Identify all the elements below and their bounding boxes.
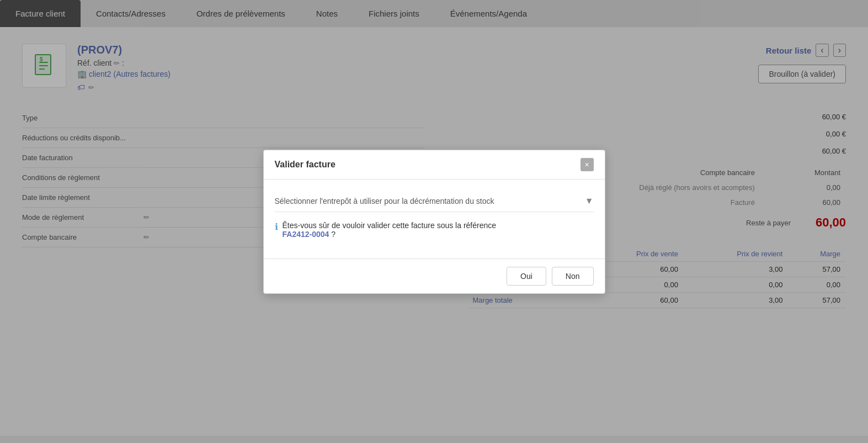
confirm-text-content: Êtes-vous sûr de vouloir valider cette f… [283,221,497,239]
modal-body: Sélectionner l'entrepôt à utiliser pour … [264,180,605,259]
warehouse-label: Sélectionner l'entrepôt à utiliser pour … [275,197,494,205]
modal-header: Valider facture × [264,150,605,180]
modal-close-button[interactable]: × [581,158,594,171]
valider-facture-modal: Valider facture × Sélectionner l'entrepô… [263,150,605,294]
modal-footer: Oui Non [264,259,605,293]
confirm-text-row: ℹ Êtes-vous sûr de vouloir valider cette… [275,212,594,247]
modal-title: Valider facture [275,160,336,170]
confirm-before: Êtes-vous sûr de vouloir valider cette f… [283,221,497,230]
warehouse-dropdown[interactable]: Sélectionner l'entrepôt à utiliser pour … [275,191,594,212]
btn-non[interactable]: Non [552,267,594,286]
btn-oui[interactable]: Oui [507,267,546,286]
reference-text: FA2412-0004 [283,230,329,239]
dropdown-arrow-icon: ▼ [585,196,594,206]
confirm-after: ? [331,230,336,239]
info-icon: ℹ [275,221,278,232]
modal-overlay[interactable]: Valider facture × Sélectionner l'entrepô… [0,0,868,436]
